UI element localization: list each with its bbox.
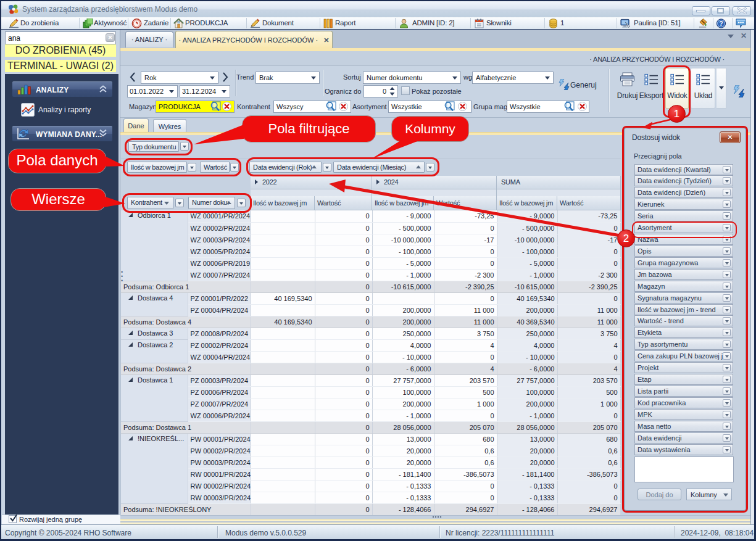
svg-text:?: ? — [719, 20, 723, 27]
